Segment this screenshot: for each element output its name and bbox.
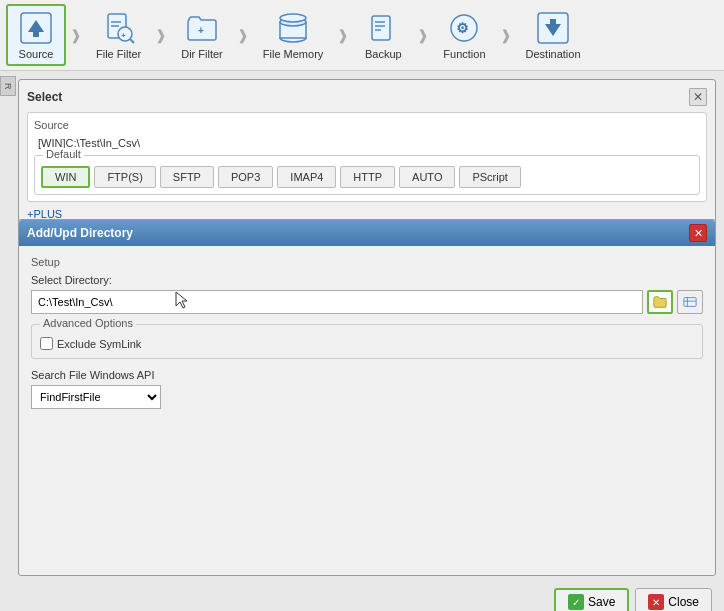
select-dialog-title: Select (27, 90, 62, 104)
select-dialog: Select ✕ Source [WIN]C:\Test\In_Csv\ Def… (18, 79, 716, 229)
backup-icon (365, 10, 401, 46)
add-dir-close[interactable]: ✕ (689, 224, 707, 242)
arrow-sep-3: ❱ (235, 27, 251, 43)
select-dialog-close[interactable]: ✕ (689, 88, 707, 106)
save-label: Save (588, 595, 615, 609)
svg-text:+: + (121, 31, 126, 40)
destination-label: Destination (526, 48, 581, 60)
dir-filter-label: Dir Filter (181, 48, 223, 60)
exclude-symlink-checkbox[interactable] (40, 337, 53, 350)
svg-text:+: + (198, 25, 204, 36)
proto-btn-auto[interactable]: AUTO (399, 166, 455, 188)
toolbar-item-dir-filter[interactable]: + Dir Filter (171, 4, 233, 66)
network-browse-button[interactable] (677, 290, 703, 314)
select-dialog-titlebar: Select ✕ (27, 88, 707, 106)
proto-btn-imap4[interactable]: IMAP4 (277, 166, 336, 188)
file-memory-label: File Memory (263, 48, 324, 60)
function-icon: ⚙ (446, 10, 482, 46)
add-dir-titlebar: Add/Upd Directory ✕ (19, 220, 715, 246)
add-dir-body: Setup Select Directory: (19, 246, 715, 419)
exclude-symlink-row: Exclude SymLink (40, 337, 694, 350)
advanced-group: Advanced Options Exclude SymLink (31, 324, 703, 359)
svg-line-5 (130, 39, 134, 43)
dir-input[interactable] (31, 290, 643, 314)
file-memory-icon (275, 10, 311, 46)
add-dir-dialog: Add/Upd Directory ✕ Setup Select Directo… (18, 219, 716, 576)
arrow-sep-2: ❱ (153, 27, 169, 43)
proto-btn-http[interactable]: HTTP (340, 166, 395, 188)
toolbar-item-source[interactable]: Source (6, 4, 66, 66)
search-select[interactable]: FindFirstFile FindFirstFileEx (31, 385, 161, 409)
arrow-sep-6: ❱ (498, 27, 514, 43)
exclude-symlink-label: Exclude SymLink (57, 338, 141, 350)
function-label: Function (443, 48, 485, 60)
close-x-icon: ✕ (648, 594, 664, 610)
svg-rect-14 (372, 16, 390, 40)
file-filter-icon: + (101, 10, 137, 46)
footer-buttons: ✓ Save ✕ Close (554, 588, 712, 611)
backup-label: Backup (365, 48, 402, 60)
source-section-value: [WIN]C:\Test\In_Csv\ (34, 135, 700, 151)
svg-rect-23 (684, 298, 696, 307)
proto-btn-sftp[interactable]: SFTP (160, 166, 214, 188)
toolbar-item-function[interactable]: ⚙ Function (433, 4, 495, 66)
source-section: Source [WIN]C:\Test\In_Csv\ Default WIN … (27, 112, 707, 202)
proto-btn-ftps[interactable]: FTP(S) (94, 166, 155, 188)
arrow-sep-1: ❱ (68, 27, 84, 43)
search-label: Search File Windows API (31, 369, 703, 381)
toolbar: Source ❱ + File Filter ❱ + Dir Filter ❱ (0, 0, 724, 71)
save-check-icon: ✓ (568, 594, 584, 610)
svg-rect-22 (550, 19, 556, 24)
svg-point-13 (280, 14, 306, 22)
save-button[interactable]: ✓ Save (554, 588, 629, 611)
main-area: R Select ✕ Source [WIN]C:\Test\In_Csv\ D… (0, 71, 724, 611)
dir-filter-icon: + (184, 10, 220, 46)
arrow-sep-5: ❱ (415, 27, 431, 43)
default-legend: Default (43, 148, 84, 160)
advanced-legend: Advanced Options (40, 317, 136, 329)
destination-icon (535, 10, 571, 46)
dir-input-row (31, 290, 703, 314)
default-group: Default WIN FTP(S) SFTP POP3 IMAP4 HTTP … (34, 155, 700, 195)
proto-btn-win[interactable]: WIN (41, 166, 90, 188)
browse-folder-button[interactable] (647, 290, 673, 314)
source-icon (18, 10, 54, 46)
toolbar-item-file-memory[interactable]: File Memory (253, 4, 334, 66)
protocol-buttons: WIN FTP(S) SFTP POP3 IMAP4 HTTP AUTO PSc… (41, 166, 693, 188)
arrow-sep-4: ❱ (335, 27, 351, 43)
toolbar-item-backup[interactable]: Backup (353, 4, 413, 66)
toolbar-item-destination[interactable]: Destination (516, 4, 591, 66)
close-button[interactable]: ✕ Close (635, 588, 712, 611)
proto-btn-pop3[interactable]: POP3 (218, 166, 273, 188)
file-filter-label: File Filter (96, 48, 141, 60)
proto-btn-pscript[interactable]: PScript (459, 166, 520, 188)
setup-label: Setup (31, 256, 703, 268)
select-dir-label: Select Directory: (31, 274, 703, 286)
close-label: Close (668, 595, 699, 609)
add-dir-title: Add/Upd Directory (27, 226, 133, 240)
source-section-label: Source (34, 119, 700, 131)
toolbar-item-file-filter[interactable]: + File Filter (86, 4, 151, 66)
svg-text:⚙: ⚙ (456, 20, 469, 36)
svg-rect-2 (33, 32, 39, 37)
side-tab[interactable]: R (0, 76, 16, 96)
source-label: Source (19, 48, 54, 60)
